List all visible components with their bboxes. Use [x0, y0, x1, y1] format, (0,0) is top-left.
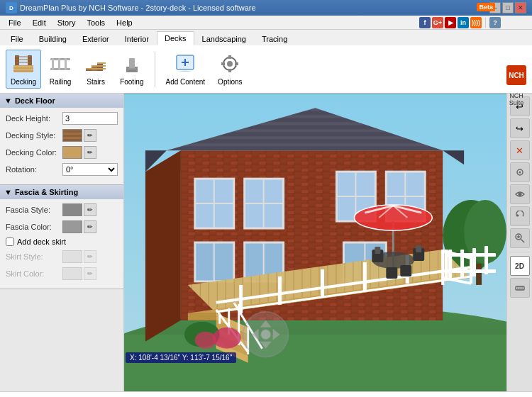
tab-decks[interactable]: Decks	[157, 31, 194, 45]
footing-icon	[121, 52, 143, 75]
rotation-select[interactable]: 0° 45° 90°	[62, 163, 118, 176]
svg-rect-110	[400, 265, 411, 276]
deck-floor-section: ▼ Deck Floor Deck Height: Decking Style:…	[0, 94, 123, 185]
menu-help[interactable]: Help	[111, 17, 138, 28]
svg-point-119	[261, 330, 271, 340]
fascia-skirting-content: Fascia Style: ✏ Fascia Color: ✏ Add deck…	[0, 199, 123, 289]
maximize-button[interactable]: □	[502, 2, 514, 13]
status-line-1: Click on the ground to draw the outline …	[6, 395, 526, 398]
rotation-label: Rotation:	[6, 165, 62, 174]
title-bar-left: D DreamPlan Plus by NCH Software - 2stor…	[6, 2, 256, 13]
add-deck-skirt-row: Add deck skirt	[6, 237, 118, 246]
tab-exterior[interactable]: Exterior	[74, 32, 117, 45]
svg-rect-11	[58, 58, 60, 70]
svg-rect-123	[460, 250, 464, 278]
settings-button[interactable]	[510, 162, 530, 182]
tab-tracing[interactable]: Tracing	[254, 32, 295, 45]
decking-style-label: Decking Style:	[6, 131, 62, 140]
decking-color-swatch[interactable]	[62, 146, 82, 159]
nch-suite-icon: NCH	[505, 64, 528, 92]
svg-rect-27	[228, 55, 231, 59]
tab-landscaping[interactable]: Landscaping	[194, 32, 254, 45]
title-text: DreamPlan Plus by NCH Software - 2story-…	[20, 4, 256, 12]
menu-tools[interactable]: Tools	[81, 17, 111, 28]
viewport[interactable]: X: 108'-4 13/16" Y: 113'-7 15/16"	[124, 94, 506, 391]
beta-badge: Beta	[477, 3, 495, 11]
svg-rect-17	[92, 65, 106, 67]
decking-style-row: Decking Style: ✏	[6, 129, 118, 142]
delete-button[interactable]: ✕	[510, 140, 530, 160]
menu-file[interactable]: File	[3, 17, 27, 28]
railing-icon	[49, 52, 72, 75]
deck-height-label: Deck Height:	[6, 114, 62, 123]
svg-rect-124	[472, 248, 476, 276]
rotate-icon	[514, 211, 526, 222]
2d-view-button[interactable]: 2D	[510, 256, 530, 276]
fascia-color-swatch[interactable]	[62, 220, 82, 233]
ribbon-decking-button[interactable]: Decking	[6, 50, 41, 89]
fascia-color-label: Fascia Color:	[6, 223, 62, 231]
fascia-skirting-header[interactable]: ▼ Fascia & Skirting	[0, 185, 123, 199]
decking-color-label: Decking Color:	[6, 148, 62, 157]
fascia-skirting-section: ▼ Fascia & Skirting Fascia Style: ✏ Fasc…	[0, 185, 123, 289]
tab-interior[interactable]: Interior	[117, 32, 157, 45]
deck-height-input[interactable]	[62, 112, 118, 125]
skirt-color-row: Skirt Color: ✏	[6, 267, 118, 280]
svg-rect-2	[13, 69, 33, 70]
rotation-row: Rotation: 0° 45° 90°	[6, 163, 118, 176]
nch-suite-label: NCH Suite	[504, 92, 529, 106]
ribbon-stairs-button[interactable]: Stairs	[79, 50, 112, 89]
tab-file[interactable]: File	[3, 32, 31, 45]
ribbon-railing-button[interactable]: Railing	[44, 50, 77, 89]
nch-suite-button[interactable]: NCH NCH Suite	[504, 64, 529, 106]
zoom-button[interactable]	[510, 228, 530, 248]
ribbon-options-button[interactable]: Options	[213, 50, 247, 89]
svg-rect-121	[446, 269, 496, 273]
ribbon-footing-button[interactable]: Footing	[115, 50, 148, 89]
tab-building[interactable]: Building	[31, 32, 74, 45]
fascia-style-swatch[interactable]	[62, 203, 82, 216]
google-icon[interactable]: G+	[432, 17, 443, 28]
3d-scene	[124, 94, 506, 391]
deck-floor-collapse-icon: ▼	[4, 96, 12, 105]
fascia-style-label: Fascia Style:	[6, 206, 62, 214]
add-deck-skirt-checkbox[interactable]	[6, 237, 14, 246]
ribbon-add-content-button[interactable]: Add Content	[161, 50, 211, 89]
help-icon[interactable]: ?	[489, 17, 501, 28]
menu-story[interactable]: Story	[52, 17, 82, 28]
svg-rect-18	[97, 62, 106, 64]
skirt-color-swatch	[62, 267, 82, 280]
menu-bar: File Edit Story Tools Help f G+ ▶ in )))…	[0, 16, 532, 30]
decking-style-swatch[interactable]	[62, 129, 82, 142]
facebook-icon[interactable]: f	[419, 17, 431, 28]
skirt-style-label: Skirt Style:	[6, 252, 62, 261]
left-panel: ▼ Deck Floor Deck Height: Decking Style:…	[0, 94, 124, 391]
fascia-color-edit-button[interactable]: ✏	[84, 220, 96, 233]
youtube-icon[interactable]: ▶	[445, 17, 456, 28]
deck-floor-header[interactable]: ▼ Deck Floor	[0, 94, 123, 108]
rotate-view-button[interactable]	[510, 206, 530, 226]
decking-icon	[12, 52, 35, 75]
ribbon-tabs: File Building Exterior Interior Decks La…	[0, 30, 532, 45]
svg-rect-10	[52, 58, 54, 70]
view-button[interactable]	[510, 184, 530, 204]
coordinates-text: X: 108'-4 13/16" Y: 113'-7 15/16"	[130, 354, 232, 362]
nav-arrows[interactable]	[243, 312, 289, 357]
svg-rect-1	[13, 66, 33, 67]
measure-button[interactable]	[510, 278, 530, 298]
fascia-skirting-title: Fascia & Skirting	[15, 188, 78, 196]
redo-button[interactable]: ↪	[510, 118, 530, 138]
linkedin-icon[interactable]: in	[458, 17, 469, 28]
fascia-color-row: Fascia Color: ✏	[6, 220, 118, 233]
svg-rect-106	[375, 247, 380, 254]
zoom-icon	[514, 233, 526, 244]
svg-rect-29	[221, 62, 225, 65]
stairs-icon	[84, 52, 107, 75]
svg-point-127	[519, 172, 521, 174]
decking-color-edit-button[interactable]: ✏	[84, 146, 96, 159]
fascia-style-edit-button[interactable]: ✏	[84, 203, 96, 216]
menu-edit[interactable]: Edit	[27, 17, 52, 28]
decking-style-edit-button[interactable]: ✏	[84, 129, 96, 142]
rss-icon[interactable]: ))))	[470, 17, 482, 28]
close-button[interactable]: ✕	[515, 2, 526, 13]
